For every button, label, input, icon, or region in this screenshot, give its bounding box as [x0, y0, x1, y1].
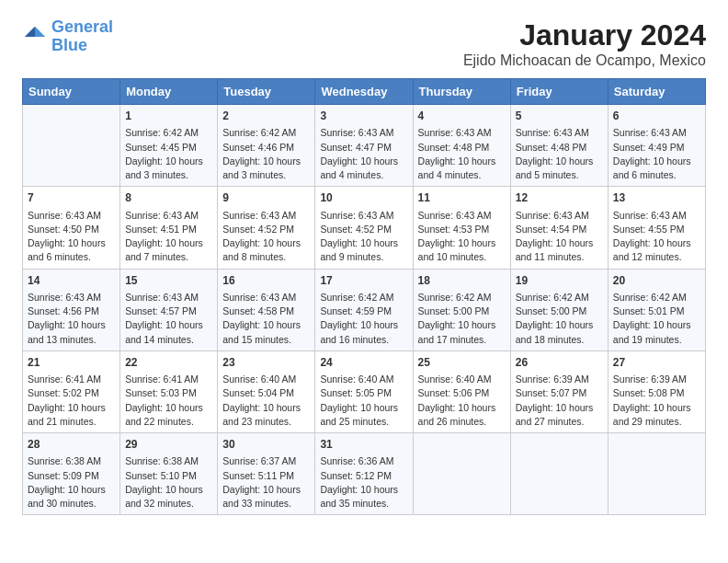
- day-cell: 10Sunrise: 6:43 AM Sunset: 4:52 PM Dayli…: [315, 187, 413, 269]
- day-info: Sunrise: 6:43 AM Sunset: 4:57 PM Dayligh…: [125, 291, 212, 347]
- day-cell: 27Sunrise: 6:39 AM Sunset: 5:08 PM Dayli…: [608, 350, 705, 432]
- logo-line2: Blue: [51, 36, 87, 54]
- day-number: 4: [418, 109, 506, 124]
- day-cell: 28Sunrise: 6:38 AM Sunset: 5:09 PM Dayli…: [23, 433, 120, 515]
- day-number: 16: [222, 273, 310, 289]
- day-info: Sunrise: 6:43 AM Sunset: 4:49 PM Dayligh…: [613, 126, 700, 182]
- day-cell: 15Sunrise: 6:43 AM Sunset: 4:57 PM Dayli…: [120, 269, 218, 350]
- day-cell: 7Sunrise: 6:43 AM Sunset: 4:50 PM Daylig…: [23, 187, 120, 269]
- day-info: Sunrise: 6:39 AM Sunset: 5:08 PM Dayligh…: [613, 373, 700, 429]
- header-tuesday: Tuesday: [218, 79, 315, 105]
- day-cell: [510, 433, 608, 515]
- day-cell: 20Sunrise: 6:42 AM Sunset: 5:01 PM Dayli…: [608, 269, 705, 350]
- week-row-5: 28Sunrise: 6:38 AM Sunset: 5:09 PM Dayli…: [23, 433, 706, 515]
- day-number: 17: [320, 273, 407, 289]
- day-cell: 5Sunrise: 6:43 AM Sunset: 4:48 PM Daylig…: [510, 105, 608, 187]
- day-number: 10: [320, 190, 407, 206]
- day-info: Sunrise: 6:43 AM Sunset: 4:55 PM Dayligh…: [613, 209, 700, 265]
- day-cell: 21Sunrise: 6:41 AM Sunset: 5:02 PM Dayli…: [23, 350, 120, 432]
- day-info: Sunrise: 6:38 AM Sunset: 5:10 PM Dayligh…: [125, 454, 212, 511]
- day-number: 9: [222, 190, 310, 206]
- day-cell: 22Sunrise: 6:41 AM Sunset: 5:03 PM Dayli…: [120, 350, 218, 432]
- svg-marker-0: [35, 27, 45, 37]
- day-cell: 30Sunrise: 6:37 AM Sunset: 5:11 PM Dayli…: [218, 433, 315, 515]
- day-info: Sunrise: 6:43 AM Sunset: 4:47 PM Dayligh…: [320, 126, 407, 182]
- day-number: 20: [613, 273, 700, 289]
- day-number: 22: [125, 355, 212, 371]
- svg-marker-1: [25, 27, 35, 37]
- day-info: Sunrise: 6:43 AM Sunset: 4:58 PM Dayligh…: [222, 291, 310, 347]
- day-info: Sunrise: 6:43 AM Sunset: 4:50 PM Dayligh…: [28, 209, 115, 265]
- day-info: Sunrise: 6:36 AM Sunset: 5:12 PM Dayligh…: [320, 454, 407, 511]
- day-number: 12: [516, 190, 603, 206]
- day-number: 25: [418, 355, 506, 371]
- day-info: Sunrise: 6:42 AM Sunset: 5:00 PM Dayligh…: [418, 291, 506, 347]
- header-saturday: Saturday: [608, 79, 705, 105]
- day-number: 19: [516, 273, 603, 289]
- day-number: 15: [125, 273, 212, 289]
- day-info: Sunrise: 6:43 AM Sunset: 4:52 PM Dayligh…: [320, 209, 407, 265]
- week-row-3: 14Sunrise: 6:43 AM Sunset: 4:56 PM Dayli…: [23, 269, 706, 350]
- calendar-subtitle: Ejido Michoacan de Ocampo, Mexico: [463, 52, 706, 69]
- day-info: Sunrise: 6:40 AM Sunset: 5:06 PM Dayligh…: [418, 373, 506, 429]
- day-number: 14: [28, 273, 115, 289]
- day-cell: 29Sunrise: 6:38 AM Sunset: 5:10 PM Dayli…: [120, 433, 218, 515]
- day-info: Sunrise: 6:39 AM Sunset: 5:07 PM Dayligh…: [516, 373, 603, 429]
- day-number: 1: [125, 109, 212, 124]
- day-info: Sunrise: 6:42 AM Sunset: 5:00 PM Dayligh…: [516, 291, 603, 347]
- day-cell: 31Sunrise: 6:36 AM Sunset: 5:12 PM Dayli…: [315, 433, 413, 515]
- title-block: January 2024 Ejido Michoacan de Ocampo, …: [463, 18, 706, 69]
- day-info: Sunrise: 6:42 AM Sunset: 4:45 PM Dayligh…: [125, 126, 212, 182]
- day-number: 2: [222, 109, 310, 124]
- day-cell: 26Sunrise: 6:39 AM Sunset: 5:07 PM Dayli…: [510, 350, 608, 432]
- day-number: 8: [125, 190, 212, 206]
- header-friday: Friday: [510, 79, 608, 105]
- day-cell: 3Sunrise: 6:43 AM Sunset: 4:47 PM Daylig…: [315, 105, 413, 187]
- day-cell: 6Sunrise: 6:43 AM Sunset: 4:49 PM Daylig…: [608, 105, 705, 187]
- day-number: 6: [613, 109, 700, 124]
- day-cell: 11Sunrise: 6:43 AM Sunset: 4:53 PM Dayli…: [413, 187, 510, 269]
- day-cell: 18Sunrise: 6:42 AM Sunset: 5:00 PM Dayli…: [413, 269, 510, 350]
- day-number: 31: [320, 437, 407, 453]
- page-header: General Blue January 2024 Ejido Michoaca…: [22, 18, 706, 69]
- header-sunday: Sunday: [23, 79, 120, 105]
- day-number: 29: [125, 437, 212, 453]
- week-row-4: 21Sunrise: 6:41 AM Sunset: 5:02 PM Dayli…: [23, 350, 706, 432]
- day-cell: 9Sunrise: 6:43 AM Sunset: 4:52 PM Daylig…: [218, 187, 315, 269]
- day-number: 27: [613, 355, 700, 371]
- day-number: 26: [516, 355, 603, 371]
- logo-icon: [22, 24, 48, 50]
- day-number: 7: [28, 190, 115, 206]
- week-row-1: 1Sunrise: 6:42 AM Sunset: 4:45 PM Daylig…: [23, 105, 706, 187]
- day-cell: 2Sunrise: 6:42 AM Sunset: 4:46 PM Daylig…: [218, 105, 315, 187]
- day-info: Sunrise: 6:38 AM Sunset: 5:09 PM Dayligh…: [28, 454, 115, 511]
- day-cell: [608, 433, 705, 515]
- header-row: SundayMondayTuesdayWednesdayThursdayFrid…: [23, 79, 706, 105]
- day-info: Sunrise: 6:37 AM Sunset: 5:11 PM Dayligh…: [222, 454, 310, 511]
- day-info: Sunrise: 6:41 AM Sunset: 5:02 PM Dayligh…: [28, 373, 115, 429]
- day-number: 5: [516, 109, 603, 124]
- day-number: 23: [222, 355, 310, 371]
- logo-line1: General: [51, 17, 113, 36]
- day-number: 3: [320, 109, 407, 124]
- day-info: Sunrise: 6:43 AM Sunset: 4:53 PM Dayligh…: [418, 209, 506, 265]
- day-info: Sunrise: 6:40 AM Sunset: 5:05 PM Dayligh…: [320, 373, 407, 429]
- day-number: 21: [28, 355, 115, 371]
- day-info: Sunrise: 6:42 AM Sunset: 4:46 PM Dayligh…: [222, 126, 310, 182]
- day-cell: 25Sunrise: 6:40 AM Sunset: 5:06 PM Dayli…: [413, 350, 510, 432]
- day-info: Sunrise: 6:43 AM Sunset: 4:52 PM Dayligh…: [222, 209, 310, 265]
- week-row-2: 7Sunrise: 6:43 AM Sunset: 4:50 PM Daylig…: [23, 187, 706, 269]
- day-info: Sunrise: 6:43 AM Sunset: 4:48 PM Dayligh…: [418, 126, 506, 182]
- day-info: Sunrise: 6:40 AM Sunset: 5:04 PM Dayligh…: [222, 373, 310, 429]
- day-number: 28: [28, 437, 115, 453]
- day-cell: 19Sunrise: 6:42 AM Sunset: 5:00 PM Dayli…: [510, 269, 608, 350]
- day-cell: 14Sunrise: 6:43 AM Sunset: 4:56 PM Dayli…: [23, 269, 120, 350]
- day-info: Sunrise: 6:43 AM Sunset: 4:56 PM Dayligh…: [28, 291, 115, 347]
- header-thursday: Thursday: [413, 79, 510, 105]
- header-wednesday: Wednesday: [315, 79, 413, 105]
- day-number: 24: [320, 355, 407, 371]
- day-cell: 13Sunrise: 6:43 AM Sunset: 4:55 PM Dayli…: [608, 187, 705, 269]
- logo: General Blue: [22, 18, 113, 55]
- day-cell: 12Sunrise: 6:43 AM Sunset: 4:54 PM Dayli…: [510, 187, 608, 269]
- day-number: 13: [613, 190, 700, 206]
